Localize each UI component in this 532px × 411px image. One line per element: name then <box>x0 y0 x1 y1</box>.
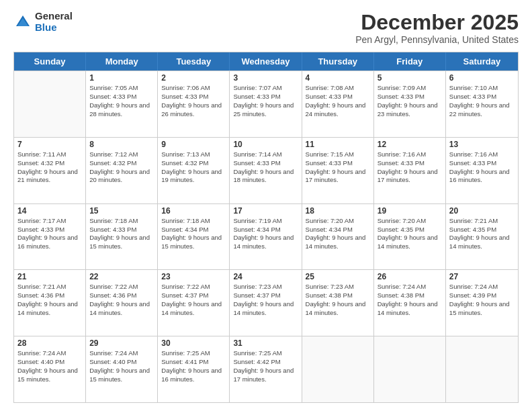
day-number: 5 <box>378 73 442 83</box>
sunrise-text: Sunrise: 7:25 AM <box>161 349 226 358</box>
day-number: 30 <box>161 338 226 348</box>
daylight-text: Daylight: 9 hours and 25 minutes. <box>233 101 298 119</box>
sunset-text: Sunset: 4:32 PM <box>89 159 154 168</box>
day-cell-17: 17Sunrise: 7:19 AMSunset: 4:34 PMDayligh… <box>230 204 302 270</box>
calendar-header: SundayMondayTuesdayWednesdayThursdayFrid… <box>14 52 518 71</box>
day-cell-2: 2Sunrise: 7:06 AMSunset: 4:33 PMDaylight… <box>158 71 230 137</box>
sunrise-text: Sunrise: 7:24 AM <box>449 283 515 291</box>
daylight-text: Daylight: 9 hours and 20 minutes. <box>89 168 154 185</box>
sunset-text: Sunset: 4:33 PM <box>17 226 82 234</box>
empty-cell <box>374 336 446 402</box>
day-number: 27 <box>449 272 515 281</box>
sunset-text: Sunset: 4:33 PM <box>306 159 370 168</box>
sunrise-text: Sunrise: 7:12 AM <box>89 150 154 159</box>
day-number: 26 <box>378 272 442 281</box>
daylight-text: Daylight: 9 hours and 16 minutes. <box>17 234 82 251</box>
calendar: SundayMondayTuesdayWednesdayThursdayFrid… <box>13 52 519 403</box>
sunrise-text: Sunrise: 7:23 AM <box>306 283 370 291</box>
sunrise-text: Sunrise: 7:25 AM <box>233 349 298 358</box>
day-cell-26: 26Sunrise: 7:24 AMSunset: 4:38 PMDayligh… <box>374 270 446 336</box>
day-number: 17 <box>233 206 298 216</box>
day-cell-10: 10Sunrise: 7:14 AMSunset: 4:33 PMDayligh… <box>230 138 302 203</box>
daylight-text: Daylight: 9 hours and 28 minutes. <box>89 101 154 119</box>
sunrise-text: Sunrise: 7:24 AM <box>17 349 82 358</box>
sunrise-text: Sunrise: 7:10 AM <box>449 84 515 93</box>
logo-general: General <box>35 11 73 22</box>
day-cell-14: 14Sunrise: 7:17 AMSunset: 4:33 PMDayligh… <box>14 204 86 270</box>
sunset-text: Sunset: 4:36 PM <box>17 291 82 300</box>
sunrise-text: Sunrise: 7:21 AM <box>17 283 82 291</box>
day-number: 4 <box>306 73 370 83</box>
sunrise-text: Sunrise: 7:08 AM <box>306 84 370 93</box>
day-number: 22 <box>89 272 154 281</box>
daylight-text: Daylight: 9 hours and 16 minutes. <box>161 367 226 384</box>
sunset-text: Sunset: 4:35 PM <box>449 226 515 234</box>
sunrise-text: Sunrise: 7:20 AM <box>378 217 442 226</box>
day-cell-31: 31Sunrise: 7:25 AMSunset: 4:42 PMDayligh… <box>230 336 302 402</box>
sunrise-text: Sunrise: 7:16 AM <box>449 150 515 159</box>
daylight-text: Daylight: 9 hours and 14 minutes. <box>378 234 442 251</box>
sunset-text: Sunset: 4:33 PM <box>378 159 442 168</box>
day-number: 21 <box>17 272 82 281</box>
day-cell-27: 27Sunrise: 7:24 AMSunset: 4:39 PMDayligh… <box>446 270 518 336</box>
daylight-text: Daylight: 9 hours and 15 minutes. <box>89 367 154 384</box>
day-number: 14 <box>17 206 82 216</box>
day-cell-1: 1Sunrise: 7:05 AMSunset: 4:33 PMDaylight… <box>86 71 158 137</box>
sunset-text: Sunset: 4:42 PM <box>233 358 298 367</box>
calendar-row-5: 28Sunrise: 7:24 AMSunset: 4:40 PMDayligh… <box>14 336 518 402</box>
sunrise-text: Sunrise: 7:22 AM <box>89 283 154 291</box>
daylight-text: Daylight: 9 hours and 21 minutes. <box>17 168 82 185</box>
day-cell-22: 22Sunrise: 7:22 AMSunset: 4:36 PMDayligh… <box>86 270 158 336</box>
daylight-text: Daylight: 9 hours and 17 minutes. <box>306 168 370 185</box>
daylight-text: Daylight: 9 hours and 14 minutes. <box>378 300 442 318</box>
day-number: 19 <box>378 206 442 216</box>
empty-cell <box>446 336 518 402</box>
sunrise-text: Sunrise: 7:18 AM <box>161 217 226 226</box>
daylight-text: Daylight: 9 hours and 14 minutes. <box>233 300 298 318</box>
sunset-text: Sunset: 4:33 PM <box>233 93 298 101</box>
daylight-text: Daylight: 9 hours and 14 minutes. <box>306 234 370 251</box>
sunrise-text: Sunrise: 7:06 AM <box>161 84 226 93</box>
day-cell-12: 12Sunrise: 7:16 AMSunset: 4:33 PMDayligh… <box>374 138 446 203</box>
day-cell-19: 19Sunrise: 7:20 AMSunset: 4:35 PMDayligh… <box>374 204 446 270</box>
sunrise-text: Sunrise: 7:20 AM <box>306 217 370 226</box>
sunrise-text: Sunrise: 7:21 AM <box>449 217 515 226</box>
sunrise-text: Sunrise: 7:18 AM <box>89 217 154 226</box>
sunset-text: Sunset: 4:41 PM <box>161 358 226 367</box>
day-number: 28 <box>17 338 82 348</box>
day-number: 12 <box>378 140 442 149</box>
daylight-text: Daylight: 9 hours and 18 minutes. <box>233 168 298 185</box>
sunset-text: Sunset: 4:35 PM <box>378 226 442 234</box>
day-number: 11 <box>306 140 370 149</box>
day-cell-3: 3Sunrise: 7:07 AMSunset: 4:33 PMDaylight… <box>230 71 302 137</box>
sunrise-text: Sunrise: 7:19 AM <box>233 217 298 226</box>
sunrise-text: Sunrise: 7:07 AM <box>233 84 298 93</box>
sunset-text: Sunset: 4:39 PM <box>449 291 515 300</box>
sunset-text: Sunset: 4:34 PM <box>306 226 370 234</box>
daylight-text: Daylight: 9 hours and 14 minutes. <box>17 300 82 318</box>
daylight-text: Daylight: 9 hours and 17 minutes. <box>378 168 442 185</box>
day-number: 18 <box>306 206 370 216</box>
day-number: 13 <box>449 140 515 149</box>
daylight-text: Daylight: 9 hours and 15 minutes. <box>89 234 154 251</box>
calendar-row-2: 7Sunrise: 7:11 AMSunset: 4:32 PMDaylight… <box>14 137 518 203</box>
day-number: 23 <box>161 272 226 281</box>
title-block: December 2025 Pen Argyl, Pennsylvania, U… <box>355 11 519 45</box>
sunrise-text: Sunrise: 7:24 AM <box>378 283 442 291</box>
empty-cell <box>302 336 374 402</box>
header-day-thursday: Thursday <box>302 52 374 71</box>
day-cell-16: 16Sunrise: 7:18 AMSunset: 4:34 PMDayligh… <box>158 204 230 270</box>
header-day-saturday: Saturday <box>446 52 518 71</box>
daylight-text: Daylight: 9 hours and 24 minutes. <box>306 101 370 119</box>
sunset-text: Sunset: 4:38 PM <box>306 291 370 300</box>
day-cell-28: 28Sunrise: 7:24 AMSunset: 4:40 PMDayligh… <box>14 336 86 402</box>
day-cell-30: 30Sunrise: 7:25 AMSunset: 4:41 PMDayligh… <box>158 336 230 402</box>
logo: General Blue <box>13 11 73 33</box>
sunrise-text: Sunrise: 7:23 AM <box>233 283 298 291</box>
sunrise-text: Sunrise: 7:11 AM <box>17 150 82 159</box>
day-number: 16 <box>161 206 226 216</box>
empty-cell <box>14 71 86 137</box>
day-number: 10 <box>233 140 298 149</box>
sunset-text: Sunset: 4:34 PM <box>161 226 226 234</box>
day-number: 8 <box>89 140 154 149</box>
